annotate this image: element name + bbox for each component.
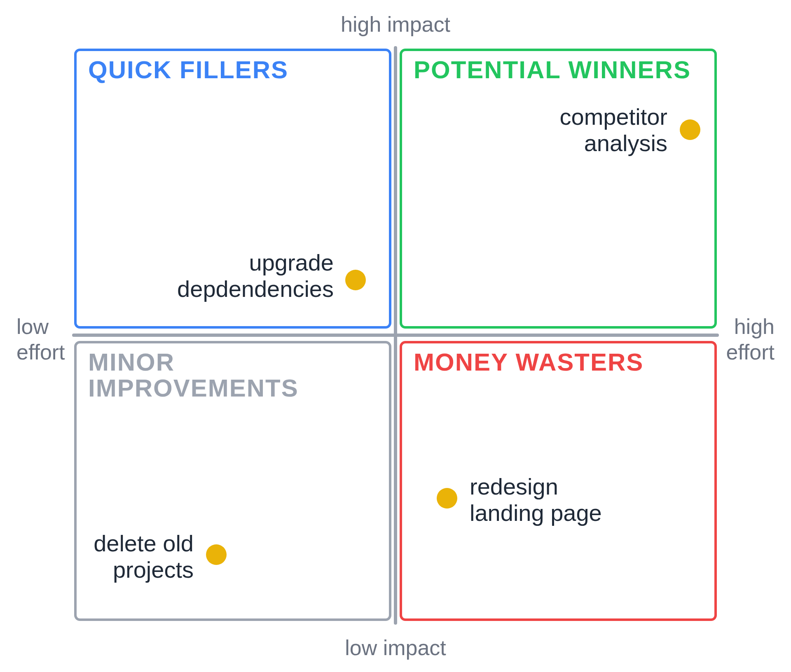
axis-label-top: high impact bbox=[0, 12, 791, 37]
quadrant-title: MONEY WASTERS bbox=[414, 349, 703, 375]
item-label-redesign-landing: redesign landing page bbox=[470, 474, 602, 527]
quadrant-title: QUICK FILLERS bbox=[88, 57, 377, 83]
quadrant-title: MINOR IMPROVEMENTS bbox=[88, 349, 377, 401]
item-label-upgrade-dependencies: upgrade depdendencies bbox=[128, 250, 334, 303]
quadrant-potential-winners: POTENTIAL WINNERS bbox=[400, 49, 717, 329]
dot-upgrade-dependencies bbox=[345, 270, 366, 290]
impact-effort-matrix: high impact low impact low effort high e… bbox=[0, 0, 791, 672]
dot-delete-old-projects bbox=[206, 544, 227, 565]
dot-redesign-landing bbox=[437, 488, 457, 509]
dot-competitor-analysis bbox=[680, 119, 700, 140]
item-label-delete-old-projects: delete old projects bbox=[54, 530, 194, 583]
divider-horizontal bbox=[72, 334, 719, 337]
quadrant-title: POTENTIAL WINNERS bbox=[414, 57, 703, 83]
item-label-competitor-analysis: competitor analysis bbox=[420, 104, 667, 157]
axis-label-bottom: low impact bbox=[0, 635, 791, 660]
